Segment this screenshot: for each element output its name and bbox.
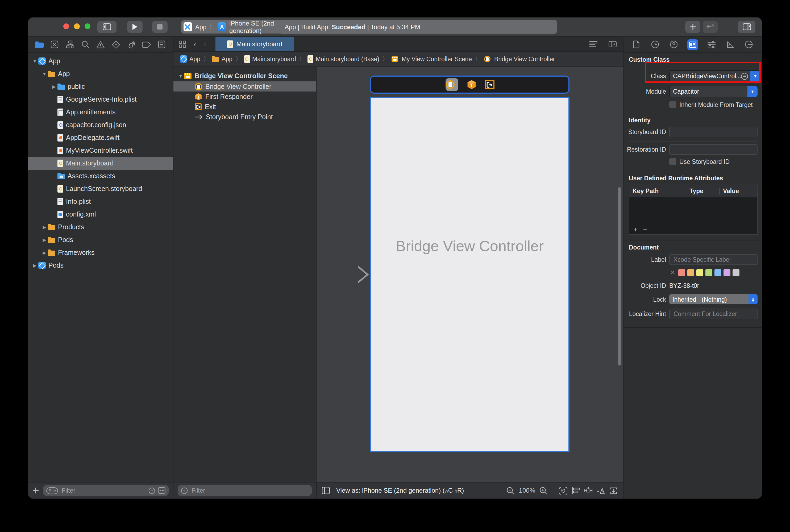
- restoration-id-input[interactable]: [672, 146, 754, 153]
- color-swatch-purple[interactable]: [724, 269, 730, 276]
- toggle-inspectors-button[interactable]: [738, 21, 755, 33]
- file-row-pods-folder[interactable]: ▶ Pods: [28, 233, 173, 246]
- jumpbar-item-view-controller[interactable]: Bridge View Controller: [484, 55, 555, 63]
- find-navigator-icon[interactable]: [81, 40, 90, 49]
- file-row-appdelegate[interactable]: AppDelegate.swift: [28, 131, 173, 144]
- symbol-navigator-icon[interactable]: [65, 40, 75, 49]
- use-storyboard-id-checkbox[interactable]: [669, 158, 676, 165]
- report-navigator-icon[interactable]: [157, 40, 167, 49]
- filter-menu-icon[interactable]: [46, 487, 58, 494]
- embed-button[interactable]: [610, 487, 618, 494]
- library-button[interactable]: [685, 21, 700, 33]
- document-label-input[interactable]: [672, 256, 754, 263]
- restoration-id-field[interactable]: [669, 144, 757, 155]
- inherit-module-checkbox[interactable]: [669, 101, 676, 108]
- file-row-public[interactable]: ▶ public: [28, 80, 173, 93]
- color-swatch-orange[interactable]: [687, 269, 694, 276]
- localizer-hint-field[interactable]: [669, 308, 757, 319]
- lock-popup[interactable]: Inherited - (Nothing) ▴▾: [669, 294, 757, 304]
- disclosure-right-icon[interactable]: ▶: [41, 250, 48, 255]
- file-inspector-icon[interactable]: [631, 39, 641, 50]
- toggle-navigator-button[interactable]: [97, 21, 116, 33]
- document-label-field[interactable]: [669, 254, 757, 265]
- disclosure-down-icon[interactable]: ▼: [177, 73, 184, 78]
- test-navigator-icon[interactable]: [111, 40, 121, 49]
- canvas-vertical-scrollbar[interactable]: [618, 187, 621, 365]
- disclosure-down-icon[interactable]: ▼: [32, 58, 38, 64]
- file-row-main-storyboard[interactable]: Main.storyboard: [28, 157, 173, 170]
- disclosure-right-icon[interactable]: ▶: [51, 84, 57, 89]
- disclosure-right-icon[interactable]: ▶: [41, 237, 48, 243]
- filter-input[interactable]: [61, 487, 149, 494]
- stop-button[interactable]: [152, 21, 168, 33]
- recent-files-icon[interactable]: [149, 487, 155, 494]
- runtime-attributes-table[interactable]: Key Path Type Value + −: [629, 185, 757, 234]
- outline-row-scene[interactable]: ▼ Bridge View Controller Scene: [173, 70, 316, 81]
- add-constraints-button[interactable]: [584, 487, 593, 494]
- storyboard-id-field[interactable]: [669, 127, 757, 137]
- debug-navigator-icon[interactable]: [126, 40, 136, 49]
- source-control-navigator-icon[interactable]: [50, 40, 60, 49]
- resolve-autolayout-button[interactable]: [597, 487, 605, 494]
- identity-inspector-icon[interactable]: [687, 39, 698, 50]
- zoom-level-label[interactable]: 100%: [519, 487, 535, 494]
- jumpbar-item-project[interactable]: App: [180, 55, 200, 63]
- navigator-filter-field[interactable]: [43, 485, 169, 496]
- module-dropdown-button[interactable]: ▾: [748, 86, 757, 97]
- outline-row-view-controller[interactable]: Bridge View Controller: [173, 81, 316, 92]
- file-row-app-folder[interactable]: ▼ App: [28, 68, 173, 80]
- connections-inspector-icon[interactable]: [744, 39, 754, 50]
- file-row-frameworks[interactable]: ▶ Frameworks: [28, 246, 173, 259]
- module-combo-field[interactable]: Capacitor ▾: [669, 86, 757, 97]
- update-frames-button[interactable]: [559, 487, 567, 494]
- attributes-inspector-icon[interactable]: [706, 39, 717, 50]
- file-row-app-project[interactable]: ▼ App: [28, 55, 173, 68]
- editor-arrows-button[interactable]: [703, 21, 718, 33]
- size-inspector-icon[interactable]: [725, 39, 735, 50]
- jumpbar-item-storyboard[interactable]: Main.storyboard: [244, 55, 296, 63]
- first-responder-dock-icon[interactable]: 1: [466, 80, 476, 89]
- file-row-assets[interactable]: Assets.xcassets: [28, 170, 173, 183]
- file-row-entitlements[interactable]: App.entitlements: [28, 106, 173, 119]
- tab-main-storyboard[interactable]: Main.storyboard: [216, 37, 294, 51]
- storyboard-canvas[interactable]: 1: [316, 67, 623, 482]
- minimize-window-button[interactable]: [74, 23, 80, 29]
- remove-attribute-button[interactable]: −: [643, 226, 647, 233]
- exit-dock-icon[interactable]: [485, 80, 494, 89]
- file-row-googleservice-plist[interactable]: GoogleService-Info.plist: [28, 93, 173, 106]
- help-inspector-icon[interactable]: [669, 39, 679, 50]
- add-editor-button[interactable]: [609, 41, 617, 47]
- color-swatch-blue[interactable]: [714, 269, 721, 276]
- editor-options-icon[interactable]: [590, 41, 597, 47]
- disclosure-down-icon[interactable]: ▼: [41, 71, 48, 77]
- issue-navigator-icon[interactable]: [96, 40, 105, 49]
- filter-input[interactable]: [190, 487, 309, 494]
- zoom-in-button[interactable]: [539, 487, 547, 494]
- close-window-button[interactable]: [63, 23, 69, 29]
- view-controller-dock-icon[interactable]: [445, 78, 458, 91]
- color-swatch-red[interactable]: [678, 269, 685, 276]
- outline-row-exit[interactable]: Exit: [173, 101, 316, 112]
- outline-row-first-responder[interactable]: 1 First Responder: [173, 92, 316, 101]
- localizer-hint-input[interactable]: [672, 310, 754, 318]
- history-inspector-icon[interactable]: [650, 39, 660, 50]
- zoom-out-button[interactable]: [507, 487, 515, 494]
- back-button[interactable]: ‹: [194, 40, 196, 48]
- file-row-capacitor-config[interactable]: capacitor.config.json: [28, 119, 173, 131]
- jumpbar-item-scene[interactable]: My View Controller Scene: [391, 56, 472, 62]
- storyboard-id-input[interactable]: [672, 128, 754, 136]
- file-row-products[interactable]: ▶ Products: [28, 221, 173, 233]
- project-navigator-icon[interactable]: [35, 40, 44, 49]
- device-bar-toggle-icon[interactable]: [322, 487, 330, 494]
- file-row-myviewcontroller[interactable]: MyViewController.swift: [28, 144, 173, 157]
- outline-filter-field[interactable]: [178, 485, 312, 496]
- align-button[interactable]: [572, 487, 580, 494]
- lock-stepper-button[interactable]: ▴▾: [749, 294, 757, 304]
- color-swatch-gray[interactable]: [733, 269, 739, 276]
- no-color-button[interactable]: ✕: [670, 269, 675, 276]
- runtime-attributes-body[interactable]: [629, 197, 757, 225]
- jumpbar-item-storyboard-base[interactable]: Main.storyboard (Base): [308, 55, 379, 63]
- view-as-label[interactable]: View as: iPhone SE (2nd generation) (wC …: [336, 487, 464, 494]
- file-row-info-plist[interactable]: Info.plist: [28, 195, 173, 208]
- add-attribute-button[interactable]: +: [634, 226, 638, 233]
